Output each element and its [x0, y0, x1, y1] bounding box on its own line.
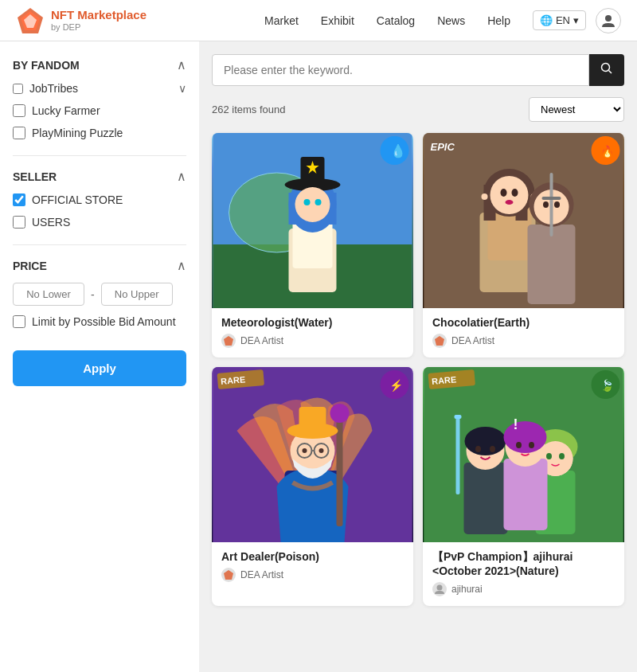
svg-point-34 [512, 189, 518, 197]
svg-point-93 [437, 585, 443, 591]
artist-name-meteorologist: DEA Artist [240, 335, 283, 346]
user-icon [600, 13, 616, 29]
search-input[interactable] [212, 54, 589, 86]
lucky-farmer-checkbox[interactable] [13, 104, 25, 117]
price-lower-input[interactable] [13, 283, 84, 306]
lang-selector[interactable]: 🌐 EN ▾ [533, 10, 586, 30]
card-pvp-champion[interactable]: ! RARE 🍃 【PvP Champion】ajihurai <October… [423, 367, 624, 606]
svg-text:EPIC: EPIC [431, 141, 455, 153]
svg-point-81 [546, 453, 552, 459]
sort-select[interactable]: Newest Oldest Price Low Price High [529, 97, 624, 122]
card-artist-pvp: ajihurai [432, 582, 615, 596]
svg-point-42 [554, 201, 560, 208]
jobtribes-row: JobTribes ∨ [13, 82, 186, 95]
official-store-item[interactable]: OFFICIAL STORE [13, 193, 186, 206]
card-meteorologist[interactable]: 💧 Meteorologist(Water) DEA Artist [212, 133, 413, 357]
price-range: - [13, 283, 186, 306]
jobtribes-expand-icon[interactable]: ∨ [178, 82, 186, 95]
lucky-farmer-item[interactable]: Lucky Farmer [13, 104, 186, 117]
card-info-pvp: 【PvP Champion】ajihurai <October 2021>(Na… [423, 542, 624, 606]
limit-bid-checkbox[interactable] [13, 315, 25, 328]
card-artist-art-dealer: DEA Artist [221, 568, 404, 582]
dea-artist-icon-2 [432, 334, 447, 348]
sidebar: BY FANDOM ∧ JobTribes ∨ Lucky Farmer Pla… [0, 41, 199, 672]
price-header: Price ∧ [13, 258, 186, 273]
nav-market[interactable]: Market [264, 14, 299, 27]
users-item[interactable]: USERS [13, 216, 186, 229]
svg-point-72 [465, 427, 506, 455]
user-avatar-button[interactable] [596, 8, 621, 33]
svg-point-32 [490, 176, 529, 214]
users-checkbox[interactable] [13, 216, 25, 229]
results-count: 262 items found [212, 104, 286, 115]
svg-point-4 [602, 64, 610, 72]
svg-marker-49 [435, 336, 444, 346]
card-info-chocolatier: Chocolatier(Earth) DEA Artist [423, 308, 624, 357]
jobtribes-left: JobTribes [13, 82, 78, 95]
search-button[interactable] [589, 54, 624, 86]
svg-point-73 [475, 446, 481, 452]
svg-point-87 [529, 442, 534, 448]
card-image-pvp: ! RARE 🍃 [423, 367, 624, 542]
svg-point-61 [303, 448, 307, 453]
results-bar: 262 items found Newest Oldest Price Low … [212, 97, 624, 122]
price-upper-input[interactable] [101, 283, 173, 306]
logo-icon [16, 6, 45, 35]
limit-bid-item[interactable]: Limit by Possible Bid Amount [13, 315, 186, 328]
logo-text: NFT Marketplace by DEP [51, 8, 147, 33]
chocolatier-art: EPIC 🔥 [423, 133, 624, 308]
globe-icon: 🌐 [540, 14, 553, 26]
nav-catalog[interactable]: Catalog [377, 14, 415, 27]
svg-rect-76 [455, 415, 462, 419]
seller-title: Seller [13, 170, 57, 183]
card-info-meteorologist: Meteorologist(Water) DEA Artist [212, 308, 413, 357]
svg-point-41 [543, 201, 549, 208]
card-image-chocolatier: EPIC 🔥 [423, 133, 624, 308]
main-nav: Market Exhibit Catalog News Help [264, 14, 510, 27]
card-title-pvp: 【PvP Champion】ajihurai <October 2021>(Na… [432, 550, 615, 577]
nav-news[interactable]: News [437, 14, 465, 27]
svg-rect-83 [504, 459, 548, 530]
logo-title: NFT Marketplace [51, 8, 147, 22]
svg-text:!: ! [514, 416, 518, 432]
card-image-meteorologist: 💧 [212, 133, 413, 308]
svg-marker-23 [224, 336, 233, 346]
header-right: 🌐 EN ▾ [533, 8, 621, 33]
lang-label: EN [556, 14, 570, 26]
search-bar [212, 54, 624, 86]
card-info-art-dealer: Art Dealer(Poison) DEA Artist [212, 542, 413, 592]
svg-rect-43 [550, 173, 553, 236]
svg-line-5 [609, 71, 612, 74]
pvp-art: ! RARE 🍃 [423, 367, 624, 542]
nav-help[interactable]: Help [487, 14, 510, 27]
divider-2 [13, 244, 186, 245]
svg-rect-44 [542, 197, 561, 200]
seller-header: Seller ∧ [13, 169, 186, 184]
lucky-farmer-label: Lucky Farmer [32, 104, 100, 117]
card-chocolatier[interactable]: EPIC 🔥 Chocolatier(Earth) [423, 133, 624, 357]
cards-grid: 💧 Meteorologist(Water) DEA Artist [212, 133, 624, 606]
official-store-label: OFFICIAL STORE [32, 193, 123, 206]
card-title-art-dealer: Art Dealer(Poison) [221, 550, 404, 563]
main-layout: BY FANDOM ∧ JobTribes ∨ Lucky Farmer Pla… [0, 41, 637, 672]
artist-name-chocolatier: DEA Artist [451, 335, 494, 346]
fandom-collapse-icon[interactable]: ∧ [177, 57, 186, 72]
ajihurai-icon [432, 582, 447, 596]
limit-bid-label: Limit by Possible Bid Amount [32, 315, 176, 328]
playmining-item[interactable]: PlayMining Puzzle [13, 127, 186, 139]
svg-point-36 [482, 193, 488, 200]
playmining-checkbox[interactable] [13, 127, 25, 139]
seller-collapse-icon[interactable]: ∧ [177, 169, 186, 184]
fandom-title: BY FANDOM [13, 59, 80, 72]
artist-name-pvp: ajihurai [451, 584, 483, 595]
official-store-checkbox[interactable] [13, 193, 25, 206]
price-collapse-icon[interactable]: ∧ [177, 258, 186, 273]
card-art-dealer[interactable]: RARE ⚡ Art Dealer(Poison) D [212, 367, 413, 606]
svg-point-33 [501, 189, 507, 197]
card-title-meteorologist: Meteorologist(Water) [221, 316, 404, 329]
svg-point-85 [504, 421, 547, 453]
jobtribes-checkbox[interactable] [13, 84, 23, 94]
apply-button[interactable]: Apply [13, 350, 186, 386]
fandom-header: BY FANDOM ∧ [13, 57, 186, 72]
nav-exhibit[interactable]: Exhibit [321, 14, 354, 27]
